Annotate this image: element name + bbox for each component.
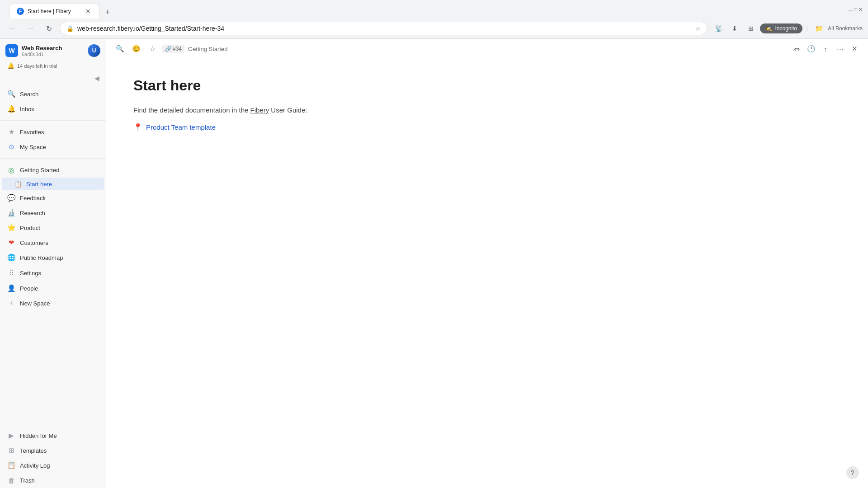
activity-log-icon: 📋 <box>7 461 15 469</box>
tab-favicon: F <box>17 8 24 15</box>
sidebar-child-item-start-here-label: Start here <box>26 181 52 188</box>
description-before: Find the detailed documentation in the <box>133 106 250 114</box>
titlebar: F Start here | Fibery ✕ + — □ ✕ <box>0 0 868 19</box>
help-button[interactable]: ? <box>846 466 859 479</box>
toolbar-share-button[interactable]: ↑ <box>819 42 832 55</box>
back-button[interactable]: ← <box>5 21 20 36</box>
feedback-icon: 💬 <box>7 194 15 202</box>
all-bookmarks-label: All Bookmarks <box>828 25 863 32</box>
description-after: User Guide: <box>269 106 307 114</box>
sidebar-item-getting-started[interactable]: ◎ Getting Started <box>2 163 104 177</box>
sidebar-item-favorites[interactable]: ★ Favorites <box>2 125 104 139</box>
user-avatar[interactable]: U <box>88 44 100 57</box>
sidebar-child-item-start-here[interactable]: 📋 Start here <box>2 178 104 190</box>
sidebar-header: W Web Research 6ad8d3d1 U <box>0 39 106 59</box>
active-tab[interactable]: F Start here | Fibery ✕ <box>9 4 99 19</box>
sidebar-item-feedback-label: Feedback <box>20 195 99 202</box>
sidebar-item-templates-label: Templates <box>20 447 99 454</box>
toolbar-expand-button[interactable]: ⇔ <box>790 42 803 55</box>
content-toolbar: 🔍 😊 ☆ 🔗 #34 Getting Started ⇔ 🕐 ↑ ⋯ ✕ <box>106 39 868 59</box>
workspace-id: 6ad8d3d1 <box>22 52 62 57</box>
sidebar-item-getting-started-label: Getting Started <box>20 167 99 174</box>
fibery-link[interactable]: Fibery <box>250 106 269 114</box>
favorites-section: ★ Favorites ⊙ My Space <box>0 122 106 156</box>
bookmarks-icon[interactable]: 📁 <box>811 21 826 36</box>
toolbar-emoji-button[interactable]: 😊 <box>130 42 142 55</box>
sidebar-item-my-space-label: My Space <box>20 144 99 150</box>
reload-button[interactable]: ↻ <box>42 21 56 36</box>
trial-banner: 🔔 14 days left in trial <box>4 61 102 71</box>
sidebar: W Web Research 6ad8d3d1 U 🔔 14 days left… <box>0 39 106 488</box>
breadcrumb: Getting Started <box>188 46 227 52</box>
sidebar-item-product-label: Product <box>20 225 99 231</box>
toolbar-history-button[interactable]: 🕐 <box>805 42 817 55</box>
sidebar-item-research-label: Research <box>20 210 99 216</box>
sidebar-item-templates[interactable]: ⊞ Templates <box>2 443 104 458</box>
sidebar-item-people-label: People <box>20 285 99 292</box>
page-description: Find the detailed documentation in the F… <box>133 105 841 116</box>
workspace-details: Web Research 6ad8d3d1 <box>22 45 62 57</box>
collapse-sidebar-button[interactable]: ◀ <box>92 74 102 83</box>
customers-icon: ❤ <box>7 239 15 247</box>
lock-icon: 🔒 <box>66 25 74 32</box>
tab-close-btn[interactable]: ✕ <box>85 8 92 15</box>
sidebar-item-trash-label: Trash <box>20 477 99 484</box>
forward-button[interactable]: → <box>24 21 38 36</box>
browser-chrome: F Start here | Fibery ✕ + — □ ✕ ← → ↻ 🔒 … <box>0 0 868 39</box>
download-icon[interactable]: ⬇ <box>727 21 742 36</box>
sidebar-item-favorites-label: Favorites <box>20 129 99 136</box>
trial-icon: 🔔 <box>7 62 14 69</box>
sidebar-item-feedback[interactable]: 💬 Feedback <box>2 191 104 205</box>
sidebar-divider-2 <box>0 158 106 159</box>
sidebar-item-settings[interactable]: ⠿ Settings ⋯ + <box>2 265 104 281</box>
bookmark-star-icon[interactable]: ☆ <box>695 25 701 32</box>
sidebar-item-customers-label: Customers <box>20 239 99 246</box>
sidebar-item-hidden-for-me[interactable]: ▶ Hidden for Me <box>2 428 104 443</box>
inbox-icon: 🔔 <box>7 105 15 113</box>
link-icon: 🔗 <box>165 46 172 52</box>
spaces-section: ◎ Getting Started 📋 Start here 💬 Feedbac… <box>0 160 106 313</box>
main-area: 🔍 😊 ☆ 🔗 #34 Getting Started ⇔ 🕐 ↑ ⋯ ✕ St… <box>106 39 868 488</box>
my-space-icon: ⊙ <box>7 143 15 151</box>
page-title: Start here <box>133 77 841 94</box>
trash-icon: 🗑 <box>7 476 15 484</box>
people-icon: 👤 <box>7 284 15 292</box>
sidebar-item-search[interactable]: 🔍 Search <box>2 87 104 101</box>
sidebar-item-people[interactable]: 👤 People <box>2 281 104 296</box>
sidebar-item-my-space[interactable]: ⊙ My Space <box>2 140 104 154</box>
trial-text: 14 days left in trial <box>17 63 57 69</box>
incognito-button[interactable]: 🕵 Incognito <box>760 23 802 33</box>
sidebar-item-new-space[interactable]: + New Space <box>2 296 104 310</box>
sidebar-item-activity-log[interactable]: 📋 Activity Log <box>2 458 104 473</box>
toolbar-star-button[interactable]: ☆ <box>146 42 159 55</box>
sidebar-item-inbox[interactable]: 🔔 Inbox <box>2 102 104 116</box>
nav-section: 🔍 Search 🔔 Inbox <box>0 84 106 118</box>
settings-icon: ⠿ <box>7 269 15 277</box>
tab-title: Start here | Fibery <box>28 8 81 14</box>
layout-icon[interactable]: ⊞ <box>744 21 758 36</box>
main-content: Start here Find the detailed documentati… <box>106 59 868 488</box>
toolbar-close-button[interactable]: ✕ <box>848 42 861 55</box>
templates-icon: ⊞ <box>7 446 15 455</box>
address-bar[interactable]: 🔒 web-research.fibery.io/Getting_Started… <box>60 22 708 35</box>
new-tab-button[interactable]: + <box>101 6 114 19</box>
template-link-icon: 📍 <box>133 123 142 131</box>
getting-started-icon: ◎ <box>7 166 15 174</box>
public-roadmap-icon: 🌐 <box>7 253 15 262</box>
sidebar-item-trash[interactable]: 🗑 Trash <box>2 473 104 488</box>
toolbar-search-button[interactable]: 🔍 <box>113 42 126 55</box>
cast-icon[interactable]: 📡 <box>711 21 726 36</box>
research-icon: 🔬 <box>7 209 15 217</box>
sidebar-item-product[interactable]: ⭐ Product <box>2 221 104 235</box>
template-link[interactable]: 📍 Product Team template <box>133 123 841 131</box>
sidebar-item-public-roadmap[interactable]: 🌐 Public Roadmap <box>2 250 104 265</box>
search-icon: 🔍 <box>7 90 15 98</box>
browser-actions: 📡 ⬇ ⊞ 🕵 Incognito | 📁 All Bookmarks <box>711 21 863 36</box>
settings-more-button[interactable]: ⋯ <box>80 268 89 277</box>
sidebar-bottom: ▶ Hidden for Me ⊞ Templates 📋 Activity L… <box>0 424 106 488</box>
settings-add-button[interactable]: + <box>90 268 99 277</box>
sidebar-item-customers[interactable]: ❤ Customers <box>2 235 104 250</box>
sidebar-item-research[interactable]: 🔬 Research <box>2 206 104 220</box>
template-link-text: Product Team template <box>146 123 216 131</box>
toolbar-more-button[interactable]: ⋯ <box>834 42 846 55</box>
